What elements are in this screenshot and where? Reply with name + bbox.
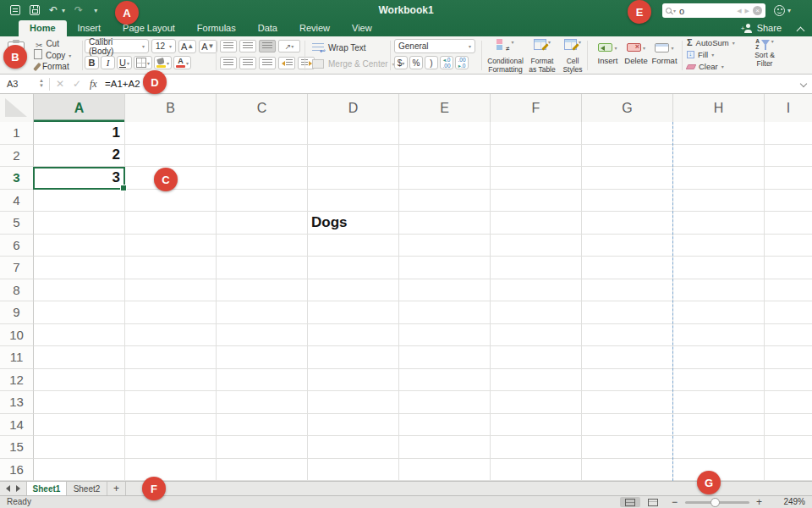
cell-C13[interactable] — [217, 391, 308, 414]
cell-I5[interactable] — [765, 212, 812, 235]
cell-A11[interactable] — [34, 346, 125, 369]
cell-F11[interactable] — [491, 346, 582, 369]
decrease-indent-button[interactable] — [278, 57, 295, 69]
number-format-select[interactable]: General — [394, 39, 475, 53]
cell-F2[interactable] — [491, 145, 582, 168]
cell-G5[interactable] — [582, 212, 673, 235]
cell-C12[interactable] — [217, 369, 308, 392]
name-box[interactable]: A3 — [7, 75, 18, 93]
cell-E12[interactable] — [399, 369, 491, 392]
cell-G16[interactable] — [582, 459, 673, 482]
cell-D6[interactable] — [308, 235, 399, 257]
column-header-A[interactable]: A — [34, 94, 125, 122]
cell-I13[interactable] — [765, 391, 812, 414]
cell-B9[interactable] — [125, 301, 217, 324]
insert-cells-button[interactable]: Insert — [594, 36, 622, 75]
zoom-in-button[interactable]: + — [756, 496, 762, 508]
sheet-prev-icon[interactable] — [6, 485, 10, 492]
tab-review[interactable]: Review — [288, 20, 341, 36]
cell-G6[interactable] — [582, 235, 673, 257]
cell-H1[interactable] — [673, 122, 765, 145]
decrease-font-button[interactable]: A▼ — [199, 40, 217, 53]
cell-I4[interactable] — [765, 190, 812, 213]
cell-D8[interactable] — [308, 279, 399, 302]
column-header-C[interactable]: C — [217, 94, 308, 122]
cell-A2[interactable]: 2 — [34, 145, 125, 168]
cell-F9[interactable] — [491, 301, 582, 324]
cell-G13[interactable] — [582, 391, 673, 414]
search-clear-icon[interactable]: × — [753, 6, 762, 15]
cell-C2[interactable] — [217, 145, 308, 168]
cell-A1[interactable]: 1 — [34, 122, 125, 145]
cell-G15[interactable] — [582, 436, 673, 459]
cell-D1[interactable] — [308, 122, 399, 145]
cell-B2[interactable] — [125, 145, 217, 168]
cell-A10[interactable] — [34, 324, 125, 347]
copy-button[interactable]: Copy — [36, 51, 71, 60]
cell-C16[interactable] — [217, 459, 308, 482]
clear-button[interactable]: Clear — [687, 62, 735, 71]
merge-center-button[interactable]: Merge & Center — [312, 59, 395, 69]
search-prev-icon[interactable]: ◀ — [737, 8, 741, 14]
cell-F7[interactable] — [491, 257, 582, 279]
row-header-6[interactable]: 6 — [0, 235, 34, 257]
cell-B11[interactable] — [125, 346, 217, 369]
cell-D10[interactable] — [308, 324, 399, 347]
cell-B15[interactable] — [125, 436, 217, 459]
page-layout-view-button[interactable] — [643, 497, 663, 507]
cell-I7[interactable] — [765, 257, 812, 279]
cell-C9[interactable] — [217, 301, 308, 324]
cell-H10[interactable] — [673, 324, 765, 347]
cell-I9[interactable] — [765, 301, 812, 324]
cell-H6[interactable] — [673, 235, 765, 257]
cell-D4[interactable] — [308, 190, 399, 213]
cell-D12[interactable] — [308, 369, 399, 392]
cell-A8[interactable] — [34, 279, 125, 302]
formula-bar-expand-icon[interactable] — [801, 81, 807, 87]
cell-B12[interactable] — [125, 369, 217, 392]
row-header-8[interactable]: 8 — [0, 279, 34, 302]
cell-A4[interactable] — [34, 190, 125, 213]
column-header-G[interactable]: G — [582, 94, 673, 122]
cell-I14[interactable] — [765, 414, 812, 437]
cell-A16[interactable] — [34, 459, 125, 482]
cell-E13[interactable] — [399, 391, 491, 414]
cell-A5[interactable] — [34, 212, 125, 235]
wrap-text-button[interactable]: Wrap Text — [312, 43, 366, 52]
cell-C8[interactable] — [217, 279, 308, 302]
cell-I8[interactable] — [765, 279, 812, 302]
column-header-F[interactable]: F — [491, 94, 582, 122]
row-header-13[interactable]: 13 — [0, 391, 34, 414]
align-bottom-button[interactable] — [259, 40, 276, 52]
cell-E5[interactable] — [399, 212, 491, 235]
cell-E9[interactable] — [399, 301, 491, 324]
cell-B6[interactable] — [125, 235, 217, 257]
cell-E3[interactable] — [399, 167, 491, 190]
cell-F14[interactable] — [491, 414, 582, 437]
cell-I6[interactable] — [765, 235, 812, 257]
cell-H8[interactable] — [673, 279, 765, 302]
column-header-H[interactable]: H — [673, 94, 765, 122]
tab-formulas[interactable]: Formulas — [186, 20, 247, 36]
cell-H13[interactable] — [673, 391, 765, 414]
italic-button[interactable]: I — [101, 56, 115, 69]
cell-C11[interactable] — [217, 346, 308, 369]
cell-H7[interactable] — [673, 257, 765, 279]
cell-D15[interactable] — [308, 436, 399, 459]
cell-I12[interactable] — [765, 369, 812, 392]
cell-E2[interactable] — [399, 145, 491, 168]
sheet-next-icon[interactable] — [16, 485, 20, 492]
cell-B7[interactable] — [125, 257, 217, 279]
orientation-button[interactable]: ↗ — [278, 40, 300, 52]
cut-button[interactable]: Cut — [36, 39, 71, 48]
conditional-formatting-button[interactable]: ≠ ConditionalFormatting — [486, 36, 525, 75]
cell-F6[interactable] — [491, 235, 582, 257]
row-header-2[interactable]: 2 — [0, 145, 34, 168]
font-color-button[interactable]: A — [173, 56, 191, 69]
normal-view-button[interactable] — [620, 497, 640, 507]
cell-F4[interactable] — [491, 190, 582, 213]
bold-button[interactable]: B — [85, 56, 99, 69]
autosum-button[interactable]: Σ AutoSum — [687, 38, 735, 47]
tab-insert[interactable]: Insert — [67, 20, 112, 36]
cell-G14[interactable] — [582, 414, 673, 437]
